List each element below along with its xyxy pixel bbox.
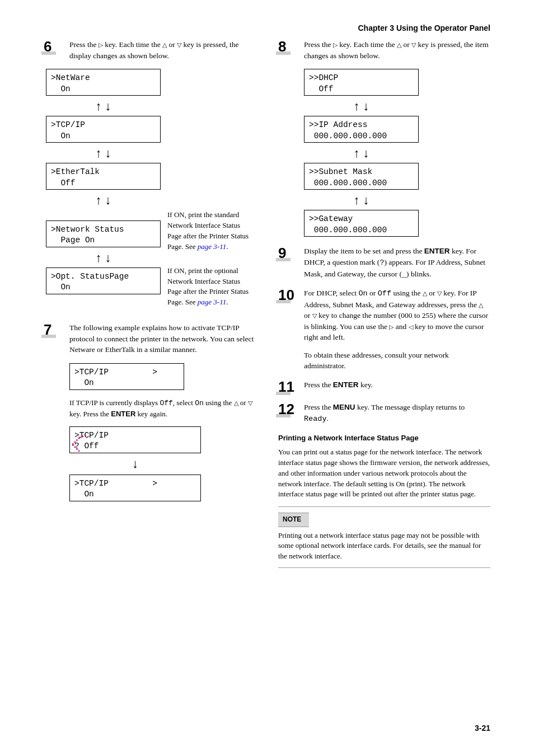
page-link[interactable]: page 3-11 bbox=[198, 298, 226, 306]
section-heading: Printing a Network Interface Status Page bbox=[278, 433, 490, 444]
svg-line-1 bbox=[73, 438, 80, 445]
step-10-text: For DHCP, select On or Off using the or … bbox=[304, 288, 490, 372]
page-link[interactable]: page 3-11 bbox=[198, 242, 226, 251]
lcd-subnet-mask: >>Subnet Mask 000.000.000.000 bbox=[304, 163, 419, 190]
step-8-number: 8 bbox=[278, 39, 297, 61]
lcd-ip-address: >>IP Address 000.000.000.000 bbox=[304, 116, 419, 143]
lcd-netware: >NetWare On bbox=[46, 69, 161, 96]
svg-line-2 bbox=[73, 444, 80, 452]
right-column: 8 Press the key. Each time the or key is… bbox=[278, 39, 490, 571]
lcd-tcpip-on2: >TCP/IP > On bbox=[69, 475, 201, 501]
side-text-network: If ON, print the standard Network Interf… bbox=[167, 210, 256, 252]
updown-arrows-icon: ↑ ↓ bbox=[46, 147, 161, 159]
side-text-opt: If ON, print the optional Network Interf… bbox=[167, 266, 256, 308]
lcd-tcpip-on: >TCP/IP > On bbox=[69, 363, 184, 390]
step-11-text: Press the ENTER key. bbox=[304, 379, 490, 394]
page-number: 3-21 bbox=[475, 722, 490, 734]
step-8-text: Press the key. Each time the or key is p… bbox=[304, 39, 490, 61]
updown-arrows-icon: ↑ ↓ bbox=[304, 100, 419, 112]
updown-arrows-icon: ↑ ↓ bbox=[46, 100, 161, 112]
lcd-ethertalk: >EtherTalk Off bbox=[46, 163, 161, 190]
step-6-number: 6 bbox=[44, 39, 63, 61]
updown-arrows-icon: ↑ ↓ bbox=[304, 194, 419, 206]
updown-arrows-icon: ↑ ↓ bbox=[46, 252, 161, 264]
step-9-text: Display the item to be set and press the… bbox=[304, 246, 490, 280]
step-7-number: 7 bbox=[44, 322, 63, 355]
cursor-highlight-icon bbox=[71, 435, 88, 452]
lcd-opt-statuspage: >Opt. StatusPage On bbox=[46, 267, 161, 294]
note-body: Printing out a network interface status … bbox=[278, 530, 490, 569]
step-9-number: 9 bbox=[278, 246, 297, 280]
svg-line-0 bbox=[79, 435, 87, 438]
step-11-number: 11 bbox=[278, 379, 297, 394]
chapter-title: Chapter 3 Using the Operator Panel bbox=[44, 22, 490, 34]
step-12-number: 12 bbox=[278, 402, 297, 424]
lcd-network-status: >Network Status Page On bbox=[46, 220, 161, 247]
step-10-number: 10 bbox=[278, 288, 297, 372]
updown-arrows-icon: ↑ ↓ bbox=[46, 194, 161, 206]
lcd-tcpip-off-cursor: >TCP/IP ? Off bbox=[69, 426, 201, 453]
tcp-off-text: If TCP/IP is currently displays Off, sel… bbox=[69, 398, 256, 420]
note-label: NOTE bbox=[278, 513, 309, 527]
lcd-tcpip: >TCP/IP On bbox=[46, 116, 161, 143]
left-column: 6 Press the key. Each time the or key is… bbox=[44, 39, 256, 571]
step-12-text: Press the MENU key. The message display … bbox=[304, 402, 490, 424]
lcd-gateway: >>Gateway 000.000.000.000 bbox=[304, 210, 419, 237]
section-body: You can print out a status page for the … bbox=[278, 447, 490, 500]
lcd-dhcp: >>DHCP Off bbox=[304, 69, 419, 96]
updown-arrows-icon: ↑ ↓ bbox=[304, 147, 419, 159]
step-6-text: Press the key. Each time the or key is p… bbox=[69, 39, 256, 61]
step-7-text: The following example explains how to ac… bbox=[69, 322, 256, 355]
